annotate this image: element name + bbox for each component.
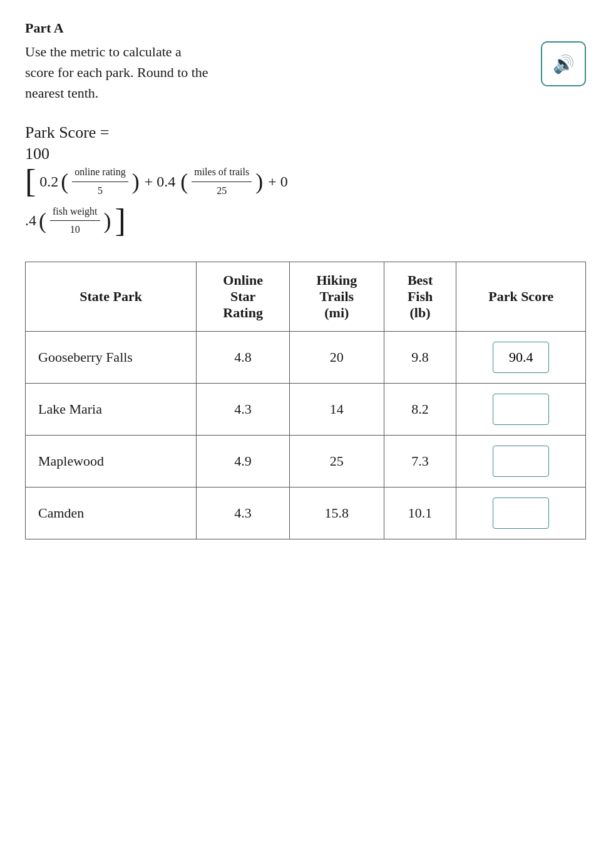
cell-rating: 4.3 [197,384,290,436]
formula-label: Park Score = [25,123,586,142]
frac2-denominator: 25 [214,182,229,200]
paren-open-3: ( [39,210,46,232]
formula-multiplier: 100 [25,145,586,163]
cell-rating: 4.3 [197,488,290,539]
cell-trails: 20 [290,332,384,384]
fraction-3: fish weight 10 [50,203,100,240]
table-row: Camden4.315.810.1 [26,488,586,539]
col-header-fish: Best Fish (lb) [384,262,456,332]
frac3-numerator: fish weight [50,203,100,222]
coeff1: 0.2 [39,168,58,195]
cell-trails: 25 [290,436,384,488]
coeff2: .4 [25,207,36,234]
paren-close-3: ) [104,210,111,232]
col-header-score: Park Score [456,262,586,332]
cell-trails: 14 [290,384,384,436]
cell-score[interactable] [456,436,586,488]
cell-trails: 15.8 [290,488,384,539]
score-input-3[interactable] [493,498,549,529]
table-row: Gooseberry Falls4.8209.8 [26,332,586,384]
plus2: + 0 [268,168,288,195]
cell-rating: 4.9 [197,436,290,488]
frac1-denominator: 5 [95,182,105,200]
instructions: Use the metric to calculate a score for … [25,41,208,103]
paren-open-1: ( [61,170,68,193]
audio-icon: 🔊 [553,54,575,74]
col-header-trails: Hiking Trails (mi) [290,262,384,332]
cell-park-name: Maplewood [26,436,197,488]
cell-score[interactable] [456,488,586,539]
bracket-close: ] [115,205,126,237]
frac1-numerator: online rating [72,163,128,182]
table-wrapper: State Park Online Star Rating Hiking Tra… [25,262,586,539]
frac3-denominator: 10 [68,221,83,239]
formula-container: [ 0.2 ( online rating 5 ) + 0.4 ( miles … [25,163,586,239]
table-header-row: State Park Online Star Rating Hiking Tra… [26,262,586,332]
cell-fish: 10.1 [384,488,456,539]
cell-fish: 9.8 [384,332,456,384]
frac2-numerator: miles of trails [192,163,252,182]
cell-park-name: Lake Maria [26,384,197,436]
part-title: Part A [25,20,586,36]
col-header-park: State Park [26,262,197,332]
score-input-0[interactable] [493,342,549,373]
fraction-2: miles of trails 25 [192,163,252,200]
table-row: Maplewood4.9257.3 [26,436,586,488]
plus1: + 0.4 [145,168,176,195]
fraction-1: online rating 5 [72,163,128,200]
cell-score[interactable] [456,332,586,384]
cell-park-name: Gooseberry Falls [26,332,197,384]
table-row: Lake Maria4.3148.2 [26,384,586,436]
cell-fish: 8.2 [384,384,456,436]
paren-open-2: ( [180,170,188,193]
formula-section: Park Score = 100 [ 0.2 ( online rating 5… [25,123,586,239]
bracket-open: [ [25,165,36,198]
data-table: State Park Online Star Rating Hiking Tra… [25,262,586,539]
formula-line-2: .4 ( fish weight 10 ) ] [25,203,586,240]
col-header-rating: Online Star Rating [197,262,290,332]
formula-line-1: [ 0.2 ( online rating 5 ) + 0.4 ( miles … [25,163,586,200]
paren-close-1: ) [132,170,140,193]
cell-park-name: Camden [26,488,197,539]
audio-button[interactable]: 🔊 [541,41,586,86]
score-input-2[interactable] [493,446,549,477]
score-input-1[interactable] [493,394,549,425]
cell-rating: 4.8 [197,332,290,384]
cell-score[interactable] [456,384,586,436]
paren-close-2: ) [255,170,263,193]
cell-fish: 7.3 [384,436,456,488]
